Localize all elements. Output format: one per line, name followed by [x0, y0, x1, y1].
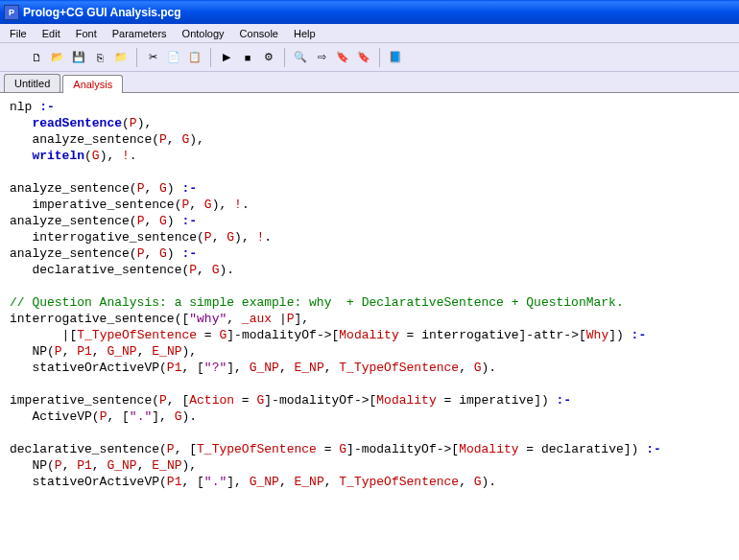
app-icon: P [4, 5, 19, 20]
run-icon[interactable]: ▶ [217, 48, 236, 67]
tab-untitled[interactable]: Untitled [4, 74, 60, 92]
copy-icon[interactable]: 📄 [164, 48, 183, 67]
bookmark-icon[interactable]: 🔖 [333, 48, 352, 67]
toolbar-separator [210, 48, 211, 67]
menu-console[interactable]: Console [234, 26, 284, 41]
cut-icon[interactable]: ✂ [143, 48, 162, 67]
find-icon[interactable]: 🔍 [291, 48, 310, 67]
find-next-icon[interactable]: ⇨ [312, 48, 331, 67]
help-icon[interactable]: 📘 [386, 48, 405, 67]
open-icon[interactable]: 📂 [48, 48, 67, 67]
toolbar-separator [379, 48, 380, 67]
menu-ontology[interactable]: Ontology [177, 26, 230, 41]
stop-icon[interactable]: ■ [238, 48, 257, 67]
menubar: FileEditFontParametersOntologyConsoleHel… [0, 24, 739, 43]
toolbar-separator [136, 48, 137, 67]
menu-parameters[interactable]: Parameters [107, 26, 173, 41]
titlebar: P Prolog+CG GUI Analysis.pcg [0, 0, 739, 24]
menu-edit[interactable]: Edit [36, 26, 66, 41]
menu-file[interactable]: File [4, 26, 33, 41]
toolbar-separator [284, 48, 285, 67]
window-title: Prolog+CG GUI Analysis.pcg [23, 6, 181, 19]
save-all-icon[interactable]: ⎘ [90, 48, 109, 67]
new-icon[interactable]: 🗋 [27, 48, 46, 67]
bookmark2-icon[interactable]: 🔖 [354, 48, 373, 67]
menu-help[interactable]: Help [288, 26, 322, 41]
code-editor[interactable]: nlp :- readSentence(P), analyze_sentence… [0, 93, 739, 560]
close-icon[interactable]: 📁 [111, 48, 131, 67]
save-icon[interactable]: 💾 [69, 48, 88, 67]
debug-icon[interactable]: ⚙ [259, 48, 278, 67]
menu-font[interactable]: Font [70, 26, 103, 41]
toolbar: 🗋📂💾⎘📁✂📄📋▶■⚙🔍⇨🔖🔖📘 [0, 43, 739, 72]
tab-analysis[interactable]: Analysis [62, 75, 123, 93]
tab-strip: UntitledAnalysis [0, 72, 739, 93]
paste-icon[interactable]: 📋 [185, 48, 204, 67]
